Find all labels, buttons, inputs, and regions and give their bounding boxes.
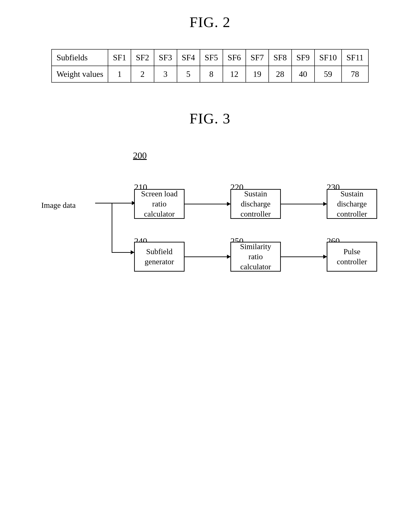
arrow-250-to-260: [281, 256, 327, 257]
sf1-header: SF1: [108, 49, 131, 66]
weight-values-label: Weight values: [52, 66, 108, 82]
weight-3: 3: [154, 66, 177, 82]
arrow-220-to-230: [281, 204, 327, 204]
fig2-title: FIG. 2: [28, 14, 392, 31]
weight-12: 12: [223, 66, 246, 82]
block-similarity-ratio: Similarity ratiocalculator: [230, 242, 281, 272]
fig3-title: FIG. 3: [28, 110, 392, 127]
weight-1: 1: [108, 66, 131, 82]
sf6-header: SF6: [223, 49, 246, 66]
weight-5: 5: [177, 66, 200, 82]
sf4-header: SF4: [177, 49, 200, 66]
sf7-header: SF7: [246, 49, 269, 66]
label-200: 200: [133, 150, 147, 161]
sf5-header: SF5: [200, 49, 223, 66]
subfields-table-container: Subfields SF1 SF2 SF3 SF4 SF5 SF6 SF7 SF…: [28, 49, 392, 83]
arrow-imagedata-to-210: [95, 203, 135, 204]
branch-vertical: [112, 204, 112, 253]
weight-40: 40: [292, 66, 315, 82]
sf9-header: SF9: [292, 49, 315, 66]
weight-8: 8: [200, 66, 223, 82]
weight-19: 19: [246, 66, 269, 82]
sf2-header: SF2: [131, 49, 154, 66]
arrow-210-to-220: [185, 204, 230, 204]
subfields-table: Subfields SF1 SF2 SF3 SF4 SF5 SF6 SF7 SF…: [51, 49, 368, 83]
sf10-header: SF10: [315, 49, 342, 66]
block-screen-load-ratio: Screen load ratiocalculator: [134, 189, 185, 219]
weight-2: 2: [131, 66, 154, 82]
sf11-header: SF11: [342, 49, 368, 66]
sf8-header: SF8: [269, 49, 292, 66]
image-data-label: Image data: [41, 201, 76, 210]
table-row-weights: Weight values 1 2 3 5 8 12 19 28 40 59 7…: [52, 66, 368, 82]
block-sustain-discharge-220: Sustain dischargecontroller: [230, 189, 281, 219]
fig3-diagram: 200 Image data 210 Screen load ratiocalc…: [28, 150, 392, 311]
weight-28: 28: [269, 66, 292, 82]
arrow-branch-to-240: [112, 252, 134, 253]
table-row-subfields: Subfields SF1 SF2 SF3 SF4 SF5 SF6 SF7 SF…: [52, 49, 368, 66]
weight-78: 78: [342, 66, 368, 82]
block-sustain-discharge-230: Sustain dischargecontroller: [327, 189, 377, 219]
block-pulse-controller: Pulsecontroller: [327, 242, 377, 272]
sf3-header: SF3: [154, 49, 177, 66]
weight-59: 59: [315, 66, 342, 82]
arrow-240-to-250: [185, 256, 230, 257]
subfields-label: Subfields: [52, 49, 108, 66]
block-subfield-generator: Subfieldgenerator: [134, 242, 185, 272]
